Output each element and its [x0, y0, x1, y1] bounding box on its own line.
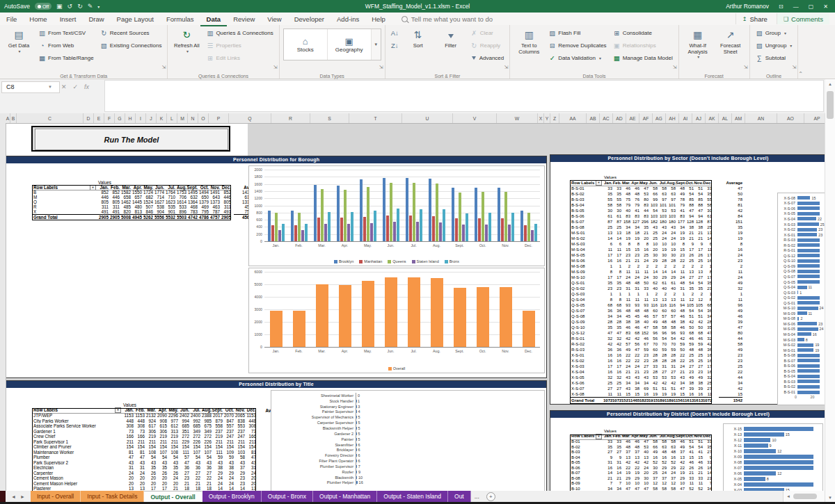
- autosave-toggle[interactable]: Off: [35, 3, 51, 10]
- ungroup-button[interactable]: ▨Ungroup▾: [754, 39, 795, 51]
- column-header-y[interactable]: Y: [544, 113, 550, 123]
- spreadsheet-canvas[interactable]: Run The Model Personnel Distribution for…: [6, 123, 825, 491]
- dialog-launcher-icon[interactable]: ⇲: [793, 65, 797, 70]
- flash-fill-button[interactable]: ▨Flash Fill: [546, 26, 608, 39]
- sort-az-button[interactable]: A↓: [389, 26, 401, 39]
- column-header-m[interactable]: M: [177, 113, 188, 123]
- column-header-ak[interactable]: AK: [706, 113, 719, 123]
- remove-duplicates-button[interactable]: ⊟Remove Duplicates: [546, 39, 608, 51]
- column-header-al[interactable]: AL: [719, 113, 732, 123]
- sheet-tab-input-task-details[interactable]: Input - Task Details: [81, 491, 144, 502]
- row-number-gutter[interactable]: [0, 113, 6, 491]
- vertical-scrollbar[interactable]: ▲ ▼: [825, 80, 835, 502]
- existing-connections-button[interactable]: ▧Existing Connections: [98, 39, 164, 51]
- geography-button[interactable]: ▣Geography: [328, 29, 372, 60]
- sheet-nav-right-icon[interactable]: ►: [20, 494, 25, 499]
- sheet-tab-input-overall[interactable]: Input - Overall: [31, 491, 81, 502]
- from-text-csv-button[interactable]: ▥From Text/CSV: [36, 26, 96, 39]
- ribbon-tab-insert[interactable]: Insert: [54, 13, 83, 25]
- ribbon-tab-view[interactable]: View: [261, 13, 287, 25]
- column-header-j[interactable]: J: [146, 113, 157, 123]
- minimize-icon[interactable]: —: [793, 3, 799, 10]
- quick-access-dropdown-icon[interactable]: ▾: [97, 4, 100, 9]
- insert-function-icon[interactable]: fx: [84, 83, 89, 90]
- ribbon-tab-help[interactable]: Help: [365, 13, 392, 25]
- column-header-ac[interactable]: AC: [600, 113, 613, 123]
- sheet-tab-output-overall[interactable]: Output - Overall: [144, 491, 202, 502]
- hscroll-thumb[interactable]: [793, 494, 817, 499]
- ribbon-tab-page-layout[interactable]: Page Layout: [111, 13, 160, 25]
- column-header-ae[interactable]: AE: [626, 113, 639, 123]
- share-button[interactable]: ↥ Share: [735, 13, 774, 24]
- tell-me-search[interactable]: Tell me what you want to do: [401, 15, 493, 23]
- column-header-c[interactable]: C: [17, 113, 84, 123]
- sheet-tab-output-brooklyn[interactable]: Output - Brooklyn: [202, 491, 262, 502]
- column-header-ad[interactable]: AD: [613, 113, 626, 123]
- forecast-sheet-button[interactable]: ↗Forecast Sheet: [715, 26, 746, 55]
- name-box[interactable]: C8 ▼: [1, 81, 60, 93]
- get-data-button[interactable]: ▤Get Data▾: [3, 26, 34, 54]
- column-header-l[interactable]: L: [167, 113, 177, 123]
- column-header-ao[interactable]: AO: [777, 113, 804, 123]
- column-header-g[interactable]: G: [115, 113, 125, 123]
- ribbon-tab-file[interactable]: File: [0, 13, 23, 25]
- from-web-button[interactable]: ◔From Web: [36, 39, 96, 51]
- vscroll-down-icon[interactable]: ▼: [825, 494, 835, 502]
- close-icon[interactable]: ✕: [823, 3, 828, 10]
- data-validation-button[interactable]: ✓Data Validation▾: [546, 51, 608, 64]
- recent-sources-button[interactable]: ↻Recent Sources: [98, 26, 164, 39]
- sort-za-button[interactable]: Z↓: [389, 39, 401, 51]
- sort-button[interactable]: ⇅Sort: [403, 26, 434, 49]
- dialog-launcher-icon[interactable]: ⇲: [673, 65, 677, 70]
- column-header-v[interactable]: V: [453, 113, 497, 123]
- column-header-a[interactable]: A: [6, 113, 10, 123]
- refresh-all-button[interactable]: ↻Refresh All▾: [171, 26, 202, 54]
- group-button[interactable]: ▧Group▾: [754, 26, 795, 39]
- vscroll-up-icon[interactable]: ▲: [825, 80, 835, 88]
- confirm-entry-icon[interactable]: ✓: [73, 83, 79, 90]
- restore-icon[interactable]: ▢: [809, 3, 814, 10]
- column-header-w[interactable]: W: [497, 113, 538, 123]
- column-header-ab[interactable]: AB: [587, 113, 600, 123]
- column-header-p[interactable]: P: [209, 113, 229, 123]
- dialog-launcher-icon[interactable]: ⇲: [162, 65, 166, 70]
- queries-connections-button[interactable]: ▥Queries & Connections: [204, 26, 275, 39]
- row-labels-filter-button[interactable]: ▼: [596, 180, 602, 186]
- gallery-more-icon[interactable]: ▾: [372, 29, 381, 60]
- undo-icon[interactable]: ↺: [67, 3, 73, 10]
- column-header-u[interactable]: U: [402, 113, 453, 123]
- ribbon-tab-developer[interactable]: Developer: [288, 13, 331, 25]
- column-header-i[interactable]: I: [136, 113, 146, 123]
- column-header-r[interactable]: R: [271, 113, 310, 123]
- column-header-ag[interactable]: AG: [653, 113, 666, 123]
- pen-icon[interactable]: ✎: [88, 3, 93, 10]
- column-header-s[interactable]: S: [310, 113, 349, 123]
- collapse-ribbon-icon[interactable]: ⌃: [798, 71, 803, 77]
- column-header-d[interactable]: D: [84, 113, 94, 123]
- column-header-af[interactable]: AF: [639, 113, 653, 123]
- cancel-entry-icon[interactable]: ✕: [61, 83, 67, 90]
- dialog-launcher-icon[interactable]: ⇲: [504, 65, 508, 70]
- name-box-dropdown-icon[interactable]: ▼: [48, 82, 52, 92]
- column-header-k[interactable]: K: [157, 113, 167, 123]
- ribbon-tab-add-ins[interactable]: Add-ins: [331, 13, 365, 25]
- column-header-am[interactable]: AM: [732, 113, 745, 123]
- ribbon-tab-formulas[interactable]: Formulas: [160, 13, 200, 25]
- dialog-launcher-icon[interactable]: ⇲: [273, 65, 278, 70]
- column-header-n[interactable]: N: [188, 113, 198, 123]
- formula-input[interactable]: [104, 80, 824, 112]
- borough-monthly-chart[interactable]: 2000180016001400120010008006004002000Jan…: [248, 165, 545, 266]
- vscroll-thumb[interactable]: [827, 91, 834, 119]
- what-if-analysis-button[interactable]: ▦What-If Analysis▾: [683, 26, 713, 60]
- new-sheet-button[interactable]: +: [486, 492, 495, 501]
- dialog-launcher-icon[interactable]: ⇲: [379, 65, 383, 70]
- hscroll-left-icon[interactable]: ◄: [784, 494, 793, 498]
- title-average-chart[interactable]: Sheetmetal Worker0Stock Handler1Stationa…: [271, 390, 545, 491]
- column-header-e[interactable]: E: [94, 113, 104, 123]
- sheet-tabs-overflow[interactable]: ...: [471, 491, 483, 502]
- subtotal-button[interactable]: ∑Subtotal: [754, 51, 795, 64]
- column-header-o[interactable]: O: [198, 113, 209, 123]
- dialog-launcher-icon[interactable]: ⇲: [744, 65, 748, 70]
- column-header-f[interactable]: F: [104, 113, 115, 123]
- sheet-tab-output-staten-island[interactable]: Output - Staten Island: [377, 491, 448, 502]
